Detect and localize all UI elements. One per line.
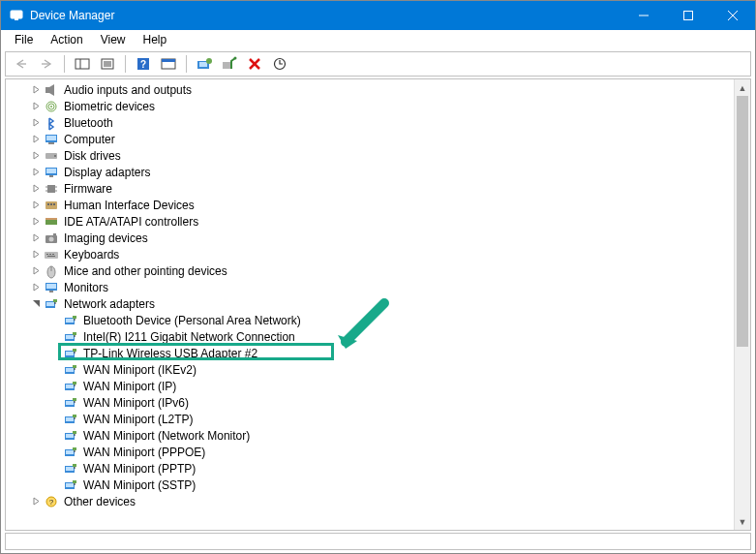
help-button[interactable]: ?	[132, 53, 155, 75]
svg-rect-108	[73, 480, 76, 483]
other-icon: ?	[43, 494, 60, 509]
scroll-track[interactable]	[735, 96, 750, 513]
toolbar-divider	[186, 55, 187, 73]
svg-rect-51	[53, 233, 56, 235]
svg-rect-107	[66, 483, 74, 487]
expand-icon[interactable]	[29, 281, 43, 294]
tree-category[interactable]: Audio inputs and outputs	[6, 81, 733, 98]
app-icon	[9, 8, 24, 23]
tree-device-label: Intel(R) I211 Gigabit Network Connection	[81, 330, 297, 344]
show-hide-console-tree-button[interactable]	[71, 53, 94, 75]
camera-icon	[43, 231, 60, 246]
svg-rect-99	[66, 450, 74, 454]
expand-icon[interactable]	[29, 231, 43, 245]
tree-category-label: Imaging devices	[62, 231, 150, 245]
svg-point-50	[49, 236, 54, 241]
tree-device[interactable]: WAN Miniport (PPPOE)	[6, 444, 733, 460]
expand-icon[interactable]	[29, 166, 43, 179]
tree-category[interactable]: Disk drives	[6, 147, 733, 164]
tree-device[interactable]: TP-Link Wireless USB Adapter #2	[6, 345, 733, 361]
back-button[interactable]	[10, 53, 33, 75]
expand-icon[interactable]	[29, 248, 43, 262]
tree-device[interactable]: WAN Miniport (SSTP)	[6, 477, 733, 493]
enable-device-button[interactable]	[218, 53, 241, 75]
svg-rect-84	[73, 382, 76, 385]
uninstall-device-button[interactable]	[243, 53, 266, 75]
network-icon	[62, 395, 79, 411]
tree-category[interactable]: Firmware	[6, 180, 733, 197]
tree-category[interactable]: Human Interface Devices	[6, 197, 733, 213]
svg-rect-38	[47, 185, 55, 193]
update-driver-button[interactable]	[193, 53, 216, 75]
tree-device[interactable]: Intel(R) I211 Gigabit Network Connection	[6, 328, 733, 345]
tree-category[interactable]: Network adapters	[6, 295, 733, 312]
tree-device[interactable]: WAN Miniport (IKEv2)	[6, 361, 733, 378]
network-icon	[62, 329, 79, 345]
vertical-scrollbar[interactable]: ▲ ▼	[734, 79, 750, 530]
scroll-thumb[interactable]	[737, 96, 748, 347]
expand-icon[interactable]	[29, 133, 43, 146]
tree-category[interactable]: Imaging devices	[6, 230, 733, 246]
scan-hardware-button[interactable]	[268, 53, 291, 75]
network-icon	[62, 362, 79, 378]
tree-category[interactable]: Computer	[6, 131, 733, 147]
network-icon	[62, 379, 79, 394]
tree-device[interactable]: WAN Miniport (IP)	[6, 378, 733, 394]
tree-device[interactable]: WAN Miniport (PPTP)	[6, 460, 733, 477]
device-tree-panel: Audio inputs and outputsBiometric device…	[5, 78, 751, 531]
tree-category[interactable]: IDE ATA/ATAPI controllers	[6, 213, 733, 230]
menu-action[interactable]: Action	[43, 31, 90, 48]
svg-rect-79	[66, 368, 74, 372]
svg-rect-54	[49, 254, 51, 255]
tree-category[interactable]: Monitors	[6, 279, 733, 295]
expand-icon[interactable]	[29, 495, 43, 508]
network-icon	[62, 428, 79, 444]
menu-file[interactable]: File	[7, 31, 41, 48]
network-icon	[62, 477, 79, 493]
expand-icon[interactable]	[29, 100, 43, 113]
tree-category-label: IDE ATA/ATAPI controllers	[62, 215, 200, 229]
tree-device-label: Bluetooth Device (Personal Area Network)	[81, 314, 303, 327]
close-button[interactable]	[711, 1, 755, 30]
tree-device[interactable]: WAN Miniport (IPv6)	[6, 394, 733, 411]
expand-icon[interactable]	[29, 83, 43, 97]
expand-icon[interactable]	[29, 199, 43, 212]
hid-icon	[43, 198, 60, 213]
scroll-down-button[interactable]: ▼	[735, 513, 750, 530]
expand-icon[interactable]	[29, 182, 43, 196]
forward-button[interactable]	[35, 53, 58, 75]
collapse-icon[interactable]	[29, 297, 43, 311]
svg-rect-83	[66, 385, 74, 388]
tree-category[interactable]: ?Other devices	[6, 493, 733, 509]
toolbar-divider	[64, 55, 65, 73]
expand-icon[interactable]	[29, 149, 43, 163]
svg-rect-87	[66, 401, 74, 405]
maximize-button[interactable]	[666, 1, 711, 30]
svg-rect-104	[73, 464, 76, 467]
tree-device-label: WAN Miniport (SSTP)	[81, 478, 197, 492]
tree-category[interactable]: Mice and other pointing devices	[6, 262, 733, 279]
minimize-button[interactable]	[621, 1, 666, 30]
expand-icon[interactable]	[29, 116, 43, 130]
tree-category[interactable]: Display adapters	[6, 164, 733, 180]
tree-category-label: Firmware	[62, 182, 114, 196]
expand-icon[interactable]	[29, 264, 43, 278]
scroll-up-button[interactable]: ▲	[735, 79, 750, 96]
tree-category[interactable]: Biometric devices	[6, 98, 733, 114]
tree-category[interactable]: Keyboards	[6, 246, 733, 262]
toolbar: ?	[5, 51, 751, 77]
svg-rect-3	[684, 12, 693, 20]
device-tree[interactable]: Audio inputs and outputsBiometric device…	[6, 79, 733, 530]
expand-icon[interactable]	[29, 215, 43, 229]
menu-view[interactable]: View	[93, 31, 134, 48]
tree-device[interactable]: WAN Miniport (Network Monitor)	[6, 427, 733, 444]
menu-help[interactable]: Help	[136, 31, 175, 48]
action-button[interactable]	[157, 53, 180, 75]
bluetooth-icon	[43, 115, 60, 131]
chip-icon	[43, 181, 60, 197]
tree-category[interactable]: Bluetooth	[6, 114, 733, 131]
tree-device-label: WAN Miniport (L2TP)	[81, 413, 196, 426]
tree-device[interactable]: Bluetooth Device (Personal Area Network)	[6, 312, 733, 328]
tree-device[interactable]: WAN Miniport (L2TP)	[6, 411, 733, 427]
properties-button[interactable]	[96, 53, 119, 75]
